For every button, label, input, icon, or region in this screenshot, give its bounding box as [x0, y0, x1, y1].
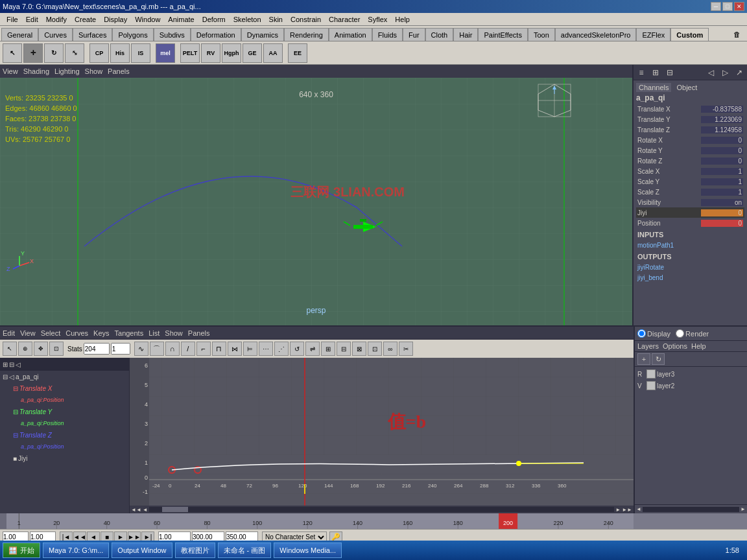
ge-tool-snap[interactable]: ⊞: [321, 342, 335, 356]
ge-tool-norm[interactable]: ⊟: [337, 342, 351, 356]
curve-tx-position[interactable]: a_pa_qi:Position: [0, 394, 129, 406]
display-radio[interactable]: [637, 329, 646, 338]
tab-fur[interactable]: Fur: [403, 28, 425, 41]
menu-window[interactable]: Window: [131, 14, 164, 25]
cp-tool[interactable]: CP: [89, 43, 109, 63]
graph-scroll-left[interactable]: ◄◄: [131, 507, 141, 513]
menu-help[interactable]: Help: [391, 14, 414, 25]
layer2-name[interactable]: layer2: [657, 382, 744, 390]
shading-menu[interactable]: Shading: [23, 67, 49, 75]
tab-hair[interactable]: Hair: [453, 28, 478, 41]
ge-keys-menu[interactable]: Keys: [93, 329, 109, 337]
tab-animation[interactable]: Animation: [329, 28, 372, 41]
tab-toon[interactable]: Toon: [528, 28, 555, 41]
mel-tool[interactable]: mel: [156, 43, 175, 63]
menu-skeleton[interactable]: Skeleton: [230, 14, 265, 25]
timeline-ruler[interactable]: 1 20 40 60 80 100 120 140 160 180: [6, 513, 634, 529]
ge-tool-val[interactable]: ⊡: [368, 342, 382, 356]
is-tool[interactable]: IS: [131, 43, 150, 63]
tree-collapse-btn[interactable]: ⊟: [9, 361, 14, 368]
ge-tool-m1[interactable]: ⋈: [228, 342, 242, 356]
output-window-btn[interactable]: Output Window: [112, 542, 172, 558]
lighting-menu[interactable]: Lighting: [54, 67, 80, 75]
select-tool[interactable]: ↖: [3, 43, 22, 63]
tab-custom[interactable]: Custom: [670, 28, 709, 41]
ge-select-menu[interactable]: Select: [41, 329, 61, 337]
view-menu[interactable]: View: [3, 67, 18, 75]
menu-constrain[interactable]: Constrain: [287, 14, 325, 25]
ge-view-menu[interactable]: View: [20, 329, 36, 337]
rotate-tool[interactable]: ↻: [44, 43, 64, 63]
tab-general[interactable]: General: [1, 28, 38, 41]
options-menu-item[interactable]: Options: [663, 342, 687, 350]
minimize-button[interactable]: ─: [711, 2, 721, 11]
ge-tool-c2[interactable]: ⇌: [305, 342, 320, 356]
graph-scroll-right2[interactable]: ►: [615, 507, 621, 513]
tab-fluids[interactable]: Fluids: [372, 28, 403, 41]
menu-syflex[interactable]: Syflex: [364, 14, 391, 25]
ge-panels-menu[interactable]: Panels: [188, 329, 210, 337]
ge-tool-plateau[interactable]: ⊓: [212, 342, 226, 356]
ge-frame-tool[interactable]: ⊡: [49, 342, 64, 356]
tree-filter-btn[interactable]: ◁: [16, 361, 21, 368]
stats-field-input[interactable]: [111, 343, 130, 355]
menu-create[interactable]: Create: [71, 14, 100, 25]
ge-tool-cut[interactable]: ✂: [399, 342, 413, 356]
graph-scroll-left2[interactable]: ◄: [143, 507, 148, 513]
ge-tool-inf[interactable]: ∞: [383, 342, 397, 356]
ge-tool-tangent[interactable]: ⋯: [259, 342, 273, 356]
ge-list-menu[interactable]: List: [148, 329, 160, 337]
menu-edit[interactable]: Edit: [22, 14, 42, 25]
scale-tool[interactable]: ⤡: [65, 43, 84, 63]
ge-tool-spline[interactable]: ∩: [165, 342, 180, 356]
trash-icon[interactable]: 🗑: [730, 28, 743, 41]
rv-tool[interactable]: RV: [201, 43, 220, 63]
close-button[interactable]: ✕: [734, 2, 744, 11]
curve-jiyi[interactable]: ■ Jiyi: [0, 452, 129, 464]
tab-surfaces[interactable]: Surfaces: [73, 28, 112, 41]
media-btn[interactable]: Windows Media...: [274, 542, 342, 558]
curve-translate-y[interactable]: ⊟ Translate Y: [0, 406, 129, 417]
curve-node-root[interactable]: ⊟ ◁ a_pa_qi: [0, 371, 129, 382]
ge-tool-time[interactable]: ⊠: [352, 342, 366, 356]
tab-polygons[interactable]: Polygons: [112, 28, 153, 41]
menu-character[interactable]: Character: [325, 14, 364, 25]
curve-tz-position[interactable]: a_pa_qi:Position: [0, 441, 129, 452]
layer2-color-box[interactable]: [646, 381, 656, 390]
layers-scroll-right[interactable]: ►: [741, 506, 746, 512]
tab-curves[interactable]: Curves: [38, 28, 73, 41]
pelt-tool[interactable]: PELT: [180, 43, 200, 63]
menu-modify[interactable]: Modify: [42, 14, 71, 25]
graph-scroll-thumb[interactable]: [162, 507, 188, 512]
tab-cloth[interactable]: Cloth: [425, 28, 454, 41]
menu-deform[interactable]: Deform: [198, 14, 230, 25]
menu-file[interactable]: File: [3, 14, 22, 25]
ge-tool-step[interactable]: ⌐: [196, 342, 211, 356]
render-radio[interactable]: [676, 329, 684, 338]
layers-scroll-left[interactable]: ◄: [636, 506, 641, 512]
his-tool[interactable]: His: [110, 43, 130, 63]
maya-app-btn[interactable]: Maya 7.0: G:\m...: [43, 542, 109, 558]
panels-menu[interactable]: Panels: [108, 67, 130, 75]
maximize-button[interactable]: □: [722, 2, 733, 11]
tutorial-btn[interactable]: 教程图片: [175, 542, 215, 558]
paint-btn[interactable]: 未命名 - 画图: [218, 542, 272, 558]
layer-refresh-btn[interactable]: ↻: [652, 353, 665, 365]
tab-subdivs[interactable]: Subdivs: [154, 28, 191, 41]
menu-display[interactable]: Display: [100, 14, 131, 25]
tab-painteffects[interactable]: PaintEffects: [478, 28, 528, 41]
ee-tool[interactable]: EE: [288, 43, 307, 63]
ge-show-menu[interactable]: Show: [165, 329, 183, 337]
rp-icon-4[interactable]: ◁: [704, 66, 717, 79]
tab-rendering[interactable]: Rendering: [284, 28, 329, 41]
help-menu-item[interactable]: Help: [691, 342, 706, 350]
object-tab[interactable]: Object: [674, 83, 700, 92]
start-button[interactable]: 🪟 开始: [3, 542, 40, 558]
tree-expand-btn[interactable]: ⊞: [3, 361, 8, 368]
ge-tool-tangent2[interactable]: ⋰: [274, 342, 289, 356]
ge-tool[interactable]: GE: [243, 43, 262, 63]
ge-tool-m2[interactable]: ⊨: [243, 342, 257, 356]
ge-edit-menu[interactable]: Edit: [3, 329, 15, 337]
rp-icon-6[interactable]: ↗: [733, 66, 746, 79]
ge-tool-flat[interactable]: ⌒: [150, 342, 164, 356]
